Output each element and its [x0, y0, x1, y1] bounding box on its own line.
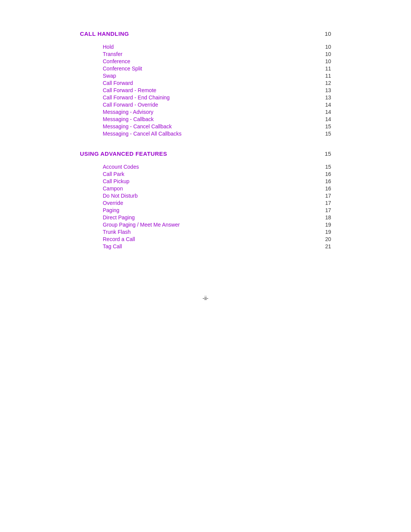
- toc-entry-label: Trunk Flash: [103, 229, 131, 235]
- toc-entry: Do Not Disturb17: [103, 193, 331, 199]
- toc-entry: Call Forward12: [103, 80, 331, 86]
- toc-entry-page: 14: [325, 109, 331, 115]
- toc-entries-using-advanced-features: Account Codes15Call Park16Call Pickup16C…: [80, 164, 331, 249]
- section-title-using-advanced-features: USING ADVANCED FEATURES: [80, 150, 167, 157]
- toc-entry-label: Group Paging / Meet Me Answer: [103, 222, 180, 228]
- toc-entry: Call Park16: [103, 171, 331, 177]
- toc-entry-page: 15: [325, 131, 331, 137]
- toc-entry-label: Direct Paging: [103, 214, 135, 220]
- toc-entry-label: Campon: [103, 185, 123, 192]
- toc-entry: Campon16: [103, 185, 331, 192]
- toc-entry-page: 15: [325, 164, 331, 170]
- toc-entry-label: Call Forward - Override: [103, 102, 158, 108]
- toc-entry-label: Conference Split: [103, 66, 142, 72]
- toc-container: CALL HANDLING10Hold10Transfer10Conferenc…: [80, 30, 331, 249]
- toc-entry-label: Conference: [103, 58, 130, 64]
- toc-entry-label: Hold: [103, 44, 114, 50]
- toc-entry-page: 14: [325, 116, 331, 122]
- toc-entry-label: Tag Call: [103, 243, 122, 249]
- toc-entry-page: 11: [325, 66, 331, 72]
- toc-entry: Hold10: [103, 44, 331, 50]
- toc-entry: Conference10: [103, 58, 331, 64]
- toc-entry-page: 17: [325, 193, 331, 199]
- toc-entry: Messaging - Cancel Callback15: [103, 123, 331, 129]
- toc-entry-page: 11: [325, 73, 331, 79]
- toc-entry-page: 16: [325, 171, 331, 177]
- toc-entry-label: Override: [103, 200, 123, 206]
- toc-entry: Call Forward - Override14: [103, 102, 331, 108]
- toc-entry: Account Codes15: [103, 164, 331, 170]
- toc-entry-page: 20: [325, 236, 331, 242]
- toc-entry: Call Forward - Remote13: [103, 87, 331, 93]
- toc-entry-page: 13: [325, 87, 331, 93]
- toc-entry: Conference Split11: [103, 66, 331, 72]
- toc-entry: Call Pickup16: [103, 178, 331, 184]
- toc-entry-page: 15: [325, 123, 331, 129]
- toc-entry: Record a Call20: [103, 236, 331, 242]
- toc-entry-label: Record a Call: [103, 236, 135, 242]
- toc-entry-label: Call Forward - Remote: [103, 87, 156, 93]
- toc-entry-page: 10: [325, 51, 331, 57]
- toc-entry: Override17: [103, 200, 331, 206]
- toc-entry-page: 13: [325, 94, 331, 101]
- toc-entry-page: 17: [325, 207, 331, 213]
- section-title-call-handling: CALL HANDLING: [80, 30, 129, 37]
- toc-entry-page: 17: [325, 200, 331, 206]
- page: CALL HANDLING10Hold10Transfer10Conferenc…: [57, 0, 354, 332]
- toc-entries-call-handling: Hold10Transfer10Conference10Conference S…: [80, 44, 331, 137]
- toc-entry: Messaging - Advisory14: [103, 109, 331, 115]
- toc-entry-page: 19: [325, 229, 331, 235]
- toc-entry-label: Paging: [103, 207, 119, 213]
- section-page-call-handling: 10: [325, 30, 331, 37]
- toc-entry: Tag Call21: [103, 243, 331, 249]
- footer-text: -ii-: [202, 295, 209, 301]
- toc-entry: Transfer10: [103, 51, 331, 57]
- toc-entry-label: Call Pickup: [103, 178, 129, 184]
- footer: -ii-: [80, 295, 331, 301]
- toc-entry-label: Transfer: [103, 51, 123, 57]
- toc-entry-label: Messaging - Cancel Callback: [103, 123, 172, 129]
- toc-entry-label: Messaging - Cancel All Callbacks: [103, 131, 182, 137]
- toc-entry-label: Call Park: [103, 171, 124, 177]
- toc-entry-label: Account Codes: [103, 164, 139, 170]
- toc-entry-page: 19: [325, 222, 331, 228]
- toc-entry-label: Messaging - Advisory: [103, 109, 153, 115]
- section-header-using-advanced-features: USING ADVANCED FEATURES15: [80, 150, 331, 157]
- toc-entry: Swap11: [103, 73, 331, 79]
- toc-entry: Messaging - Callback14: [103, 116, 331, 122]
- toc-entry-page: 14: [325, 102, 331, 108]
- toc-entry-page: 18: [325, 214, 331, 220]
- toc-entry-label: Do Not Disturb: [103, 193, 138, 199]
- toc-entry-label: Call Forward - End Chaining: [103, 94, 170, 101]
- toc-entry-page: 16: [325, 178, 331, 184]
- toc-entry: Paging17: [103, 207, 331, 213]
- toc-entry: Group Paging / Meet Me Answer19: [103, 222, 331, 228]
- toc-entry-label: Messaging - Callback: [103, 116, 154, 122]
- toc-entry-page: 12: [325, 80, 331, 86]
- toc-entry-page: 21: [325, 243, 331, 249]
- toc-entry-label: Swap: [103, 73, 116, 79]
- section-header-call-handling: CALL HANDLING10: [80, 30, 331, 37]
- toc-entry: Trunk Flash19: [103, 229, 331, 235]
- toc-entry: Messaging - Cancel All Callbacks15: [103, 131, 331, 137]
- toc-entry-page: 10: [325, 44, 331, 50]
- toc-entry-label: Call Forward: [103, 80, 133, 86]
- toc-entry-page: 10: [325, 58, 331, 64]
- toc-entry: Direct Paging18: [103, 214, 331, 220]
- section-page-using-advanced-features: 15: [325, 150, 331, 157]
- toc-entry-page: 16: [325, 185, 331, 192]
- toc-entry: Call Forward - End Chaining13: [103, 94, 331, 101]
